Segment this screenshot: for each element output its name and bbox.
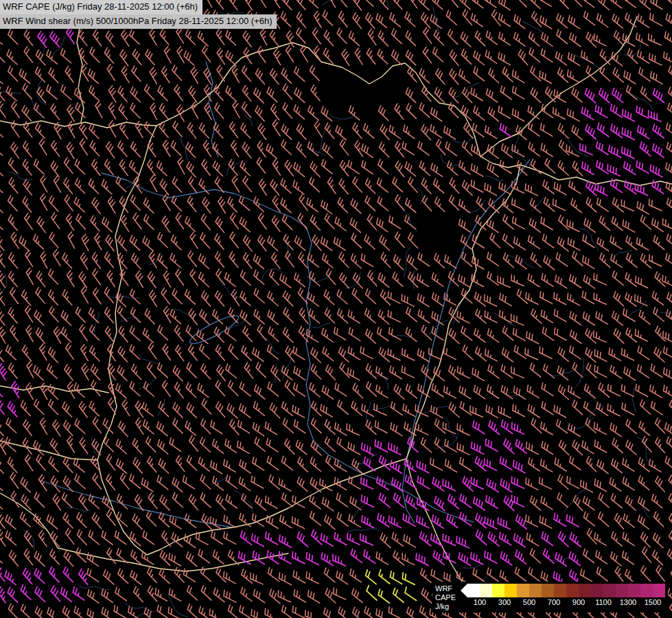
legend-swatch <box>591 584 603 597</box>
legend-swatch <box>640 584 653 597</box>
legend-underflow-arrow-icon <box>461 584 467 597</box>
legend-swatch <box>467 584 480 597</box>
legend-tick-label: 300 <box>492 597 517 608</box>
legend-swatch <box>517 584 529 597</box>
cape-title-bar: WRF CAPE (J/kg) Friday 28-11-2025 12:00 … <box>0 0 202 14</box>
legend-tick-row: 100300500700900110013001500 <box>461 597 665 608</box>
legend-swatch <box>579 584 591 597</box>
weather-map-stage: WRF CAPE (J/kg) Friday 28-11-2025 12:00 … <box>0 0 672 618</box>
legend-unit-label: J/kg <box>435 602 456 611</box>
legend-model-label: WRF <box>435 584 456 593</box>
legend-variable-label: CAPE <box>435 593 456 602</box>
legend-tick-label: 500 <box>517 597 542 608</box>
wind-barbs-yellow <box>366 570 417 604</box>
legend-tick-label: 900 <box>566 597 591 608</box>
legend-tick-label: 1300 <box>616 597 640 608</box>
legend-tick-label: 1100 <box>591 597 616 608</box>
country-border <box>480 16 637 157</box>
legend-swatch <box>529 584 542 597</box>
legend-tick-label: 1500 <box>640 597 665 608</box>
legend-swatch <box>628 584 640 597</box>
legend-swatch <box>566 584 579 597</box>
country-border <box>406 459 471 596</box>
legend-swatch <box>616 584 628 597</box>
legend-swatch <box>505 584 517 597</box>
legend-tick-label: 700 <box>542 597 566 608</box>
wind-barbs-salmon <box>0 0 672 618</box>
legend-swatch <box>542 584 554 597</box>
legend-swatch <box>492 584 505 597</box>
cape-legend: WRF CAPE J/kg 10030050070090011001300150… <box>432 582 668 613</box>
weather-map-canvas <box>0 0 672 618</box>
legend-tick-label: 100 <box>467 597 492 608</box>
country-border <box>520 165 672 185</box>
legend-swatch <box>480 584 492 597</box>
legend-scale: 100300500700900110013001500 <box>461 584 665 608</box>
legend-title-block: WRF CAPE J/kg <box>435 584 456 611</box>
legend-swatch-row <box>461 584 665 597</box>
shear-title-bar: WRF Wind shear (m/s) 500/1000hPa Friday … <box>0 14 277 29</box>
river-line <box>206 62 218 157</box>
legend-swatch <box>603 584 616 597</box>
legend-swatch <box>653 584 665 597</box>
legend-swatch <box>554 584 566 597</box>
